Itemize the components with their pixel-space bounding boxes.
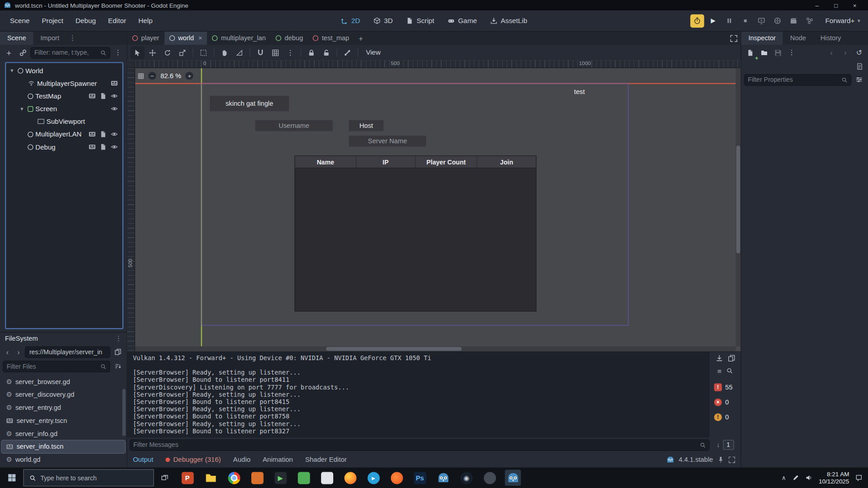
scene-node-multiplayerspawner[interactable]: MultiplayerSpawner (6, 77, 122, 89)
canvas-host-button[interactable]: Host (348, 119, 384, 131)
line-counter[interactable]: 1 (723, 440, 734, 450)
taskbar-app-chrome[interactable] (226, 470, 242, 486)
zoom-out-button[interactable]: − (148, 71, 157, 80)
taskbar-app-powerpoint[interactable]: P (179, 470, 196, 486)
file-filter-input[interactable]: Filter Files (3, 361, 110, 372)
file-server-discovery-gd[interactable]: ⚙server_discovery.gd (2, 388, 125, 401)
property-filter-input[interactable]: Filter Properties (744, 74, 852, 85)
workspace-game[interactable]: Game (442, 14, 482, 27)
bottom-tab-debugger-316-[interactable]: Debugger (316) (165, 456, 221, 464)
rotate-tool-button[interactable] (160, 46, 175, 59)
taskbar-app-photoshop[interactable]: Ps (412, 470, 428, 486)
lock-tool-button[interactable] (304, 46, 318, 59)
search-icon[interactable] (726, 367, 733, 375)
history-back-icon[interactable]: ‹ (826, 47, 838, 59)
scene-filter-input[interactable]: Filter: name, t:type, (30, 47, 110, 58)
property-tools-icon[interactable] (853, 74, 865, 86)
menu-help[interactable]: Help (133, 14, 158, 27)
expander-icon[interactable]: ▾ (8, 67, 15, 73)
volume-icon[interactable] (806, 474, 813, 481)
pen-icon[interactable] (792, 474, 799, 481)
skeleton-tool-button[interactable] (340, 46, 354, 59)
canvas-button-skinch[interactable]: skinch gat fingle (209, 95, 290, 112)
taskbar-search[interactable]: Type here to search (23, 469, 154, 486)
eye-icon[interactable] (111, 131, 118, 138)
workspace-2d[interactable]: 2D (335, 14, 365, 27)
expander-icon[interactable]: ▾ (18, 106, 25, 112)
clear-output-icon[interactable] (716, 355, 723, 362)
center-grid-icon[interactable] (138, 73, 144, 79)
snap-options-tool-button[interactable]: ⋮ (283, 46, 297, 59)
expand-panel-icon[interactable] (728, 456, 735, 463)
bottom-tab-output[interactable]: Output (133, 456, 153, 464)
warning-counter[interactable]: 0 (714, 413, 736, 421)
file-sort-icon[interactable] (112, 360, 124, 372)
clapper-button[interactable] (787, 14, 801, 27)
eye-icon[interactable] (111, 105, 118, 113)
bottom-tab-audio[interactable]: Audio (233, 456, 251, 464)
taskbar-app-steam[interactable]: ◉ (458, 470, 475, 486)
renderer-dropdown[interactable]: Forward+ ▾ (822, 14, 863, 27)
zoom-in-button[interactable]: + (185, 71, 194, 80)
grid-snap-tool-button[interactable] (269, 46, 283, 59)
more-options-icon[interactable]: ⋮ (112, 47, 124, 59)
scene-dock-menu-icon[interactable]: ⋮ (66, 32, 79, 45)
menu-debug[interactable]: Debug (70, 14, 102, 27)
close-tab-icon[interactable]: × (198, 34, 203, 42)
history-forward-icon[interactable]: › (839, 47, 851, 59)
taskbar-app-godot-active[interactable] (505, 470, 521, 486)
taskbar-app-office-orange[interactable] (249, 470, 265, 486)
script-icon[interactable] (99, 131, 107, 138)
scene-node-debug[interactable]: Debug (6, 141, 122, 153)
play-button[interactable]: ▶ (706, 14, 720, 27)
workspace-assetlib[interactable]: AssetLib (485, 14, 533, 27)
taskbar-app-explorer[interactable] (203, 470, 219, 486)
close-button[interactable]: × (845, 0, 864, 10)
scene-tab-debug[interactable]: debug (271, 32, 308, 45)
file-world-gd[interactable]: ⚙world.gd (2, 453, 125, 466)
taskbar-app-app-white[interactable] (319, 470, 335, 486)
file-server-info-tscn[interactable]: server_info.tscn (2, 440, 125, 453)
node-graph-button[interactable] (802, 14, 816, 27)
2d-canvas[interactable]: − 82.6 % + skinch gat fingle Username Ho… (135, 68, 741, 352)
workspace-3d[interactable]: 3D (368, 14, 398, 27)
scale-tool-button[interactable] (175, 46, 189, 59)
taskbar-app-browser-orange[interactable] (389, 470, 405, 486)
resource-options-icon[interactable]: ⋮ (786, 47, 798, 59)
pause-button[interactable] (722, 14, 736, 27)
copy-output-icon[interactable] (728, 355, 735, 362)
play-scene-button[interactable] (755, 14, 769, 27)
open-docs-icon[interactable] (856, 63, 863, 70)
file-server-browser-gd[interactable]: ⚙server_browser.gd (2, 375, 125, 388)
notifications-icon[interactable] (855, 474, 863, 481)
bottom-tab-shader-editor[interactable]: Shader Editor (305, 456, 347, 464)
canvas-hscrollbar[interactable] (135, 346, 736, 351)
canvas-server-name-field[interactable]: Server Name (348, 135, 427, 147)
inspector-tab-node[interactable]: Node (783, 32, 813, 45)
nav-back-icon[interactable]: ‹ (3, 347, 12, 357)
scroll-bottom-icon[interactable]: ↓ (717, 441, 720, 449)
film-icon[interactable] (89, 143, 96, 150)
zoom-level[interactable]: 82.6 % (160, 72, 181, 80)
file-list-scrollbar[interactable] (123, 389, 126, 436)
scrollbar-thumb[interactable] (326, 347, 462, 351)
file-server-entry-tscn[interactable]: server_entry.tscn (2, 414, 125, 427)
save-resource-icon[interactable] (772, 47, 784, 59)
scene-tab-player[interactable]: player (127, 32, 165, 45)
minimize-button[interactable]: – (808, 0, 827, 10)
collapse-lines-icon[interactable]: ≡ (717, 367, 722, 375)
add-node-icon[interactable]: + (3, 47, 15, 59)
canvas-vscrollbar[interactable] (736, 68, 741, 347)
script-icon[interactable] (99, 92, 107, 99)
inspector-tab-history[interactable]: History (813, 32, 849, 45)
clock[interactable]: 8:21 AM 10/12/2025 (819, 470, 849, 485)
taskbar-app-app-gray[interactable] (481, 470, 498, 486)
eye-icon[interactable] (111, 143, 118, 150)
inspector-tab-inspector[interactable]: Inspector (741, 32, 783, 45)
filesystem-path[interactable]: res://Multiplayer/server_in (25, 346, 110, 358)
new-resource-icon[interactable] (744, 47, 756, 59)
scene-tab-world[interactable]: world× (164, 32, 207, 45)
scene-tab-test-map[interactable]: test_map (308, 32, 354, 45)
script-icon[interactable] (99, 143, 107, 150)
bottom-tab-animation[interactable]: Animation (263, 456, 293, 464)
